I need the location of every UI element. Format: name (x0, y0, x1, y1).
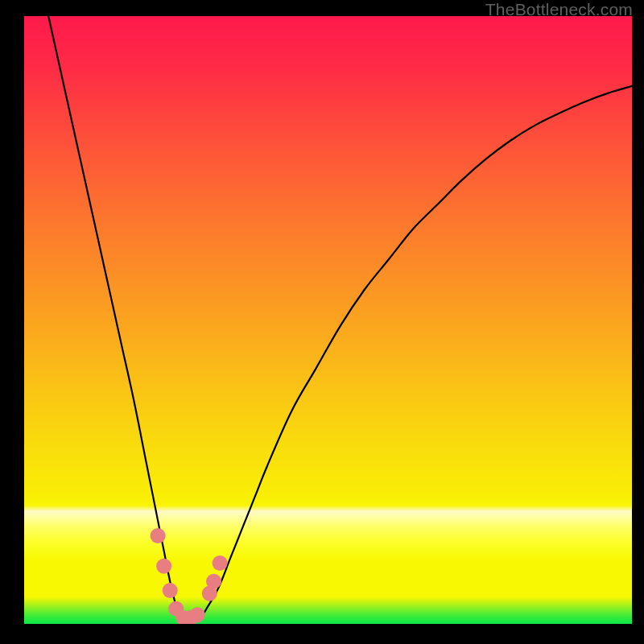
curve-marker (213, 555, 228, 571)
curve-marker (151, 528, 166, 543)
curve-marker (156, 559, 171, 574)
curve-marker (206, 574, 221, 589)
chart-frame: TheBottleneck.com (0, 0, 644, 644)
plot-area (24, 16, 632, 624)
plot-svg (24, 16, 632, 624)
curve-marker (190, 607, 205, 622)
curve-marker (163, 583, 178, 598)
watermark-text: TheBottleneck.com (485, 0, 633, 19)
